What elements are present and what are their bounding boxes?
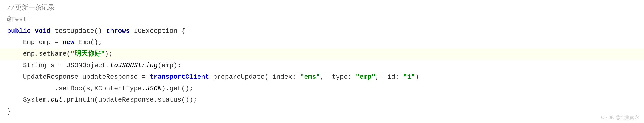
code-line-4: Emp emp = new Emp(); bbox=[0, 37, 644, 48]
id-value: "1" bbox=[403, 72, 415, 82]
setdoc-call: .setDoc(s,XContentType. bbox=[7, 84, 146, 94]
comment-text-1: //更新一条记录 bbox=[7, 3, 55, 14]
index-value: "ems" bbox=[300, 72, 320, 82]
json-const: JSON bbox=[146, 84, 162, 94]
emp-constructor: Emp(); bbox=[78, 37, 102, 48]
keyword-new: new bbox=[62, 37, 78, 48]
emp-declaration: Emp emp = bbox=[7, 37, 62, 48]
code-line-3: public void testUpdate() throws IOExcept… bbox=[0, 26, 644, 37]
code-line-1: //更新一条记录 bbox=[0, 2, 644, 14]
exception-type: IOException { bbox=[134, 26, 185, 36]
transport-client-ref: transportClient bbox=[150, 72, 209, 82]
method-name: testUpdate() bbox=[55, 26, 106, 36]
set-name-close: ); bbox=[105, 49, 113, 60]
keyword-public-void: public void bbox=[7, 26, 55, 36]
get-call: ).get(); bbox=[162, 84, 193, 94]
code-line-5: emp.setName("明天你好"); bbox=[0, 48, 644, 60]
code-line-8: .setDoc(s,XContentType.JSON).get(); bbox=[0, 83, 644, 94]
code-block: //更新一条记录 @Test public void testUpdate() … bbox=[0, 0, 644, 123]
type-label: , type: bbox=[320, 72, 356, 82]
set-name-call: emp.setName( bbox=[7, 49, 70, 60]
code-line-2: @Test bbox=[0, 14, 644, 26]
annotation-text: @Test bbox=[7, 14, 27, 25]
code-line-6: String s = JSONObject.toJSONString(emp); bbox=[0, 60, 644, 72]
prepare-update-close: ) bbox=[415, 72, 419, 82]
prepare-update-call: .prepareUpdate( index: bbox=[209, 72, 300, 82]
watermark: CSDN @北执南念 bbox=[601, 114, 639, 121]
string-value: "明天你好" bbox=[70, 49, 105, 60]
closing-brace: } bbox=[7, 106, 11, 117]
code-line-9: System.out.println(updateResponse.status… bbox=[0, 94, 644, 106]
println-call: .println(updateResponse.status()); bbox=[62, 95, 197, 105]
update-response-decl: UpdateResponse updateResponse = bbox=[7, 72, 150, 82]
id-label: , id: bbox=[376, 72, 403, 82]
string-declaration: String s = JSONObject. bbox=[7, 60, 110, 71]
system-ref: System. bbox=[7, 95, 51, 105]
code-line-10: } bbox=[0, 106, 644, 117]
tojsonstring-args: (emp); bbox=[158, 60, 182, 71]
method-tojsonstring: toJSONString bbox=[110, 60, 158, 71]
code-line-7: UpdateResponse updateResponse = transpor… bbox=[0, 72, 644, 83]
keyword-throws: throws bbox=[106, 26, 134, 36]
type-value: "emp" bbox=[356, 72, 376, 82]
out-ref: out bbox=[51, 95, 62, 105]
